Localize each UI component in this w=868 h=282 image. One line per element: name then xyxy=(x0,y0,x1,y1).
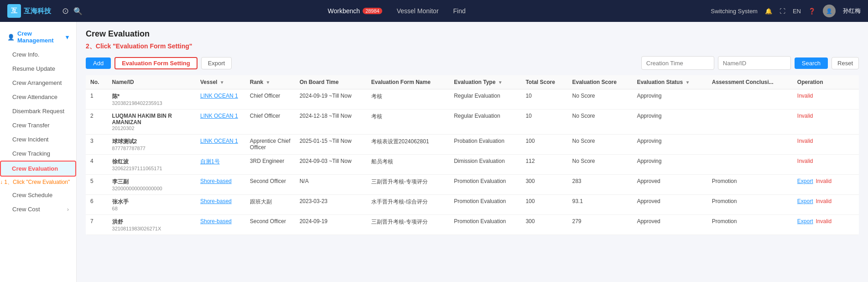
cell-form-name: 考核 xyxy=(367,110,449,135)
cell-no: 1 xyxy=(86,89,108,110)
cell-onboard: N/A xyxy=(295,175,367,195)
cell-assessment: Promotion xyxy=(707,175,793,195)
lang-selector[interactable]: EN xyxy=(793,8,801,15)
nav-back-icon[interactable]: ⊙ xyxy=(62,6,69,16)
logo: 互 互海科技 xyxy=(7,4,51,18)
step-arrow: ↓ xyxy=(0,179,3,185)
invalid-op-link[interactable]: Invalid xyxy=(797,138,813,144)
vessel-monitor-link[interactable]: Vessel Monitor xyxy=(397,7,439,15)
nav-search-icon[interactable]: 🔍 xyxy=(73,7,83,16)
cell-onboard: 2024-12-18 ~Till Now xyxy=(295,110,367,135)
nav-right: Switching System 🔔 ⛶ EN ❓ 👤 孙红梅 xyxy=(711,5,861,17)
avatar[interactable]: 👤 xyxy=(823,5,836,17)
cell-eval-type: Probation Evaluation xyxy=(449,135,521,155)
cell-form-name: 考核表设置2024062801 xyxy=(367,135,449,155)
col-no: No. xyxy=(86,75,108,89)
notification-icon[interactable]: 🔔 xyxy=(765,8,772,15)
cell-no: 6 xyxy=(86,195,108,215)
cell-eval-type: Promotion Evaluation xyxy=(449,215,521,235)
cell-eval-status: Approving xyxy=(632,135,707,155)
invalid-op-link[interactable]: Invalid xyxy=(797,93,813,99)
cell-assessment xyxy=(707,89,793,110)
cell-vessel: LINK OCEAN 1 xyxy=(196,110,245,135)
col-rank[interactable]: Rank ▼ xyxy=(245,75,295,89)
invalid-op-link[interactable]: Invalid xyxy=(816,218,832,225)
cell-onboard: 2024-09-19 ~Till Now xyxy=(295,89,367,110)
cell-eval-score: No Score xyxy=(568,155,633,175)
sidebar-item-crew-tracking[interactable]: Crew Tracking xyxy=(0,146,76,161)
cell-total-score: 100 xyxy=(521,195,567,215)
cell-operation: Invalid xyxy=(793,110,859,135)
sidebar-header[interactable]: 👤 Crew Management ▾ xyxy=(0,26,76,47)
cell-assessment xyxy=(707,135,793,155)
cell-eval-score: 283 xyxy=(568,175,633,195)
table-row: 7 洪舒 3210811983l026271X Shore-based Seco… xyxy=(86,215,859,235)
cell-total-score: 112 xyxy=(521,155,567,175)
switching-system-btn[interactable]: Switching System xyxy=(711,8,758,15)
cell-eval-status: Approved xyxy=(632,175,707,195)
export-op-link[interactable]: Export xyxy=(797,198,813,204)
main-layout: 👤 Crew Management ▾ Crew Info. Resume Up… xyxy=(0,22,868,282)
export-op-link[interactable]: Export xyxy=(797,218,813,225)
search-button[interactable]: Search xyxy=(795,57,828,69)
data-table-wrap: No. Name/ID Vessel ▼ Rank ▼ On Board Tim… xyxy=(86,75,859,235)
col-assessment: Assessment Conclusi... xyxy=(707,75,793,89)
cell-vessel: LINK OCEAN 1 xyxy=(196,135,245,155)
sidebar-item-crew-incident[interactable]: Crew Incident xyxy=(0,132,76,146)
name-id-input[interactable] xyxy=(718,56,791,70)
cell-name-id: LUQMAN HAKIM BIN R AMANIZAN 20120302 xyxy=(108,110,196,135)
chevron-down-icon: ▾ xyxy=(66,34,69,41)
col-vessel[interactable]: Vessel ▼ xyxy=(196,75,245,89)
top-navigation: 互 互海科技 ⊙ 🔍 Workbench 28984 Vessel Monito… xyxy=(0,0,868,22)
cell-eval-type: Regular Evaluation xyxy=(449,110,521,135)
crew-cost-arrow: › xyxy=(67,206,69,213)
cell-rank: Chief Officer xyxy=(245,110,295,135)
cell-operation: ExportInvalid xyxy=(793,195,859,215)
sidebar-item-crew-info[interactable]: Crew Info. xyxy=(0,47,76,62)
invalid-op-link[interactable]: Invalid xyxy=(797,113,813,119)
workbench-link[interactable]: Workbench 28984 xyxy=(328,7,382,15)
sidebar-item-crew-cost[interactable]: Crew Cost › xyxy=(0,202,76,216)
invalid-op-link[interactable]: Invalid xyxy=(816,198,832,204)
evaluation-form-setting-button[interactable]: Evaluation Form Setting xyxy=(114,57,198,69)
toolbar: Add Evaluation Form Setting Export Searc… xyxy=(86,56,859,70)
col-name-id: Name/ID xyxy=(108,75,196,89)
cell-eval-status: Approving xyxy=(632,155,707,175)
cell-onboard: 2024-09-19 xyxy=(295,215,367,235)
invalid-op-link[interactable]: Invalid xyxy=(816,178,832,184)
help-icon[interactable]: ❓ xyxy=(808,8,816,15)
sidebar-item-crew-attendance[interactable]: Crew Attendance xyxy=(0,90,76,104)
cell-name-id: 张水手 68 xyxy=(108,195,196,215)
workbench-badge: 28984 xyxy=(363,8,382,14)
table-body: 1 陈* 320382198402235913 LINK OCEAN 1 Chi… xyxy=(86,89,859,235)
cell-form-name: 三副晋升考核-专项评分 xyxy=(367,215,449,235)
cell-eval-type: Promotion Evaluation xyxy=(449,175,521,195)
col-eval-type[interactable]: Evaluation Type ▼ xyxy=(449,75,521,89)
table-row: 1 陈* 320382198402235913 LINK OCEAN 1 Chi… xyxy=(86,89,859,110)
logo-text: 互海科技 xyxy=(24,7,51,16)
cell-vessel: Shore-based xyxy=(196,215,245,235)
sidebar-item-crew-arrangement[interactable]: Crew Arrangement xyxy=(0,76,76,90)
cell-rank: Second Officer xyxy=(245,175,295,195)
cell-rank: Chief Officer xyxy=(245,89,295,110)
cell-form-name: 水手晋升考核-综合评分 xyxy=(367,195,449,215)
add-button[interactable]: Add xyxy=(86,57,111,69)
sidebar-item-crew-evaluation[interactable]: Crew Evaluation xyxy=(0,161,76,177)
sidebar-item-disembark-request[interactable]: Disembark Request xyxy=(0,104,76,118)
find-link[interactable]: Find xyxy=(453,7,466,15)
export-op-link[interactable]: Export xyxy=(797,178,813,184)
cell-total-score: 300 xyxy=(521,175,567,195)
creation-time-input[interactable] xyxy=(641,56,714,70)
col-eval-status[interactable]: Evaluation Status ▼ xyxy=(632,75,707,89)
reset-button[interactable]: Reset xyxy=(832,57,859,69)
sidebar-item-resume-update[interactable]: Resume Update xyxy=(0,62,76,76)
fullscreen-icon[interactable]: ⛶ xyxy=(780,8,785,15)
cell-name-id: 陈* 320382198402235913 xyxy=(108,89,196,110)
sidebar-item-crew-transfer[interactable]: Crew Transfer xyxy=(0,118,76,132)
cell-eval-status: Approving xyxy=(632,89,707,110)
sidebar-item-crew-schedule[interactable]: Crew Schedule xyxy=(0,188,76,202)
cell-eval-status: Approved xyxy=(632,195,707,215)
invalid-op-link[interactable]: Invalid xyxy=(797,158,813,164)
sidebar-section: 👤 Crew Management ▾ Crew Info. Resume Up… xyxy=(0,22,76,221)
export-button[interactable]: Export xyxy=(201,57,232,69)
